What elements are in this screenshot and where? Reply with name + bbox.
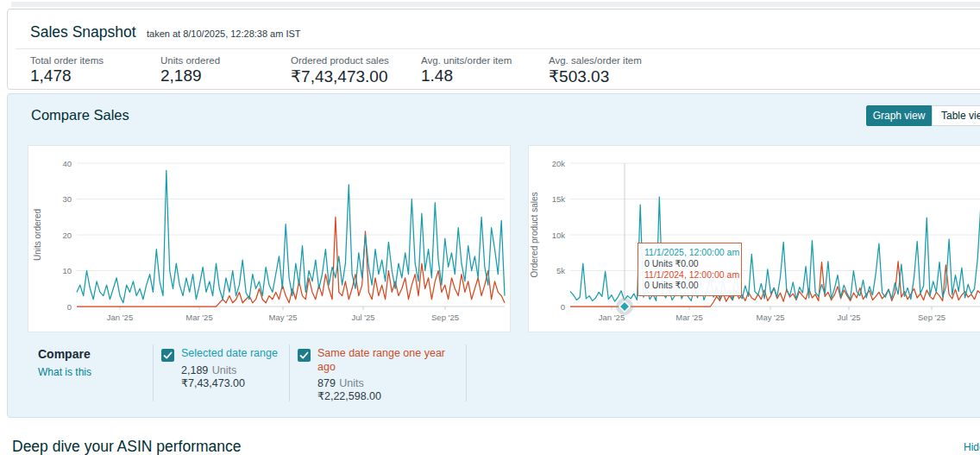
graph-view-button[interactable]: Graph view xyxy=(866,105,932,126)
snapshot-timestamp: taken at 8/10/2025, 12:28:38 am IST xyxy=(147,28,301,39)
yearago-range-amount: ₹2,22,598.00 xyxy=(317,389,381,402)
svg-text:15k: 15k xyxy=(552,194,566,204)
svg-text:5k: 5k xyxy=(556,266,565,275)
svg-text:30: 30 xyxy=(62,194,72,204)
svg-text:Jan '25: Jan '25 xyxy=(107,313,133,322)
svg-text:Jul '25: Jul '25 xyxy=(351,313,374,322)
svg-text:10k: 10k xyxy=(552,231,566,240)
selected-range-units: 2,189 Units xyxy=(181,362,236,377)
svg-text:20: 20 xyxy=(62,231,72,240)
units-ordered-chart[interactable]: 010203040Jan '25Mar '25May '25Jul '25Sep… xyxy=(28,145,511,332)
line-chart-svg: 05k10k15k20kJan '25Mar '25May '25Jul '25… xyxy=(529,146,980,332)
yearago-range-checkbox[interactable] xyxy=(298,349,311,362)
tooltip-yearago-value: 0 Units ₹0.00 xyxy=(644,280,735,291)
sales-dashboard: Sales Snapshot taken at 8/10/2025, 12:28… xyxy=(0,0,980,455)
svg-text:Jul '25: Jul '25 xyxy=(837,313,860,322)
svg-text:Sep '25: Sep '25 xyxy=(431,313,459,322)
svg-text:Ordered product sales: Ordered product sales xyxy=(530,193,539,278)
sales-snapshot-card: Sales Snapshot taken at 8/10/2025, 12:28… xyxy=(7,9,980,90)
ordered-product-sales-chart[interactable]: 05k10k15k20kJan '25Mar '25May '25Jul '25… xyxy=(528,145,980,332)
metric-value-units-ordered: 2,189 xyxy=(160,66,202,85)
svg-text:May '25: May '25 xyxy=(757,313,785,322)
svg-text:0: 0 xyxy=(561,302,565,312)
svg-text:10: 10 xyxy=(62,266,72,275)
yearago-range-units: 879 Units xyxy=(317,375,364,390)
selected-range-amount: ₹7,43,473.00 xyxy=(181,376,245,389)
metric-label-avg-sales-order-item: Avg. sales/order item xyxy=(549,55,642,66)
svg-text:May '25: May '25 xyxy=(269,313,298,322)
selected-range-label: Selected date range xyxy=(181,347,278,361)
svg-text:20k: 20k xyxy=(552,159,566,168)
tooltip-yearago-date: 11/1/2024, 12:00:00 am xyxy=(644,269,735,281)
compare-sales-title: Compare Sales xyxy=(31,107,129,123)
svg-text:0: 0 xyxy=(67,302,72,312)
hide-link[interactable]: Hide xyxy=(964,441,980,453)
sales-snapshot-title: Sales Snapshot xyxy=(30,23,136,41)
svg-text:40: 40 xyxy=(62,159,72,168)
legend-divider xyxy=(289,344,290,401)
yearago-range-label: Same date range one year ago xyxy=(317,347,455,374)
metric-label-ordered-product-sales: Ordered product sales xyxy=(291,55,389,66)
line-chart-svg: 010203040Jan '25Mar '25May '25Jul '25Sep… xyxy=(28,146,510,332)
legend-divider xyxy=(153,344,154,401)
snapshot-divider xyxy=(16,48,980,49)
top-scroll-strip xyxy=(11,2,980,7)
svg-text:Mar '25: Mar '25 xyxy=(185,313,212,322)
table-view-button[interactable]: Table view xyxy=(932,105,980,126)
metric-label-avg-units-order-item: Avg. units/order item xyxy=(421,55,512,66)
svg-text:Mar '25: Mar '25 xyxy=(675,313,702,322)
tooltip-selected-value: 0 Units ₹0.00 xyxy=(644,258,735,269)
metric-value-total-order-items: 1,478 xyxy=(30,66,72,85)
deep-dive-title: Deep dive your ASIN performance xyxy=(12,438,242,455)
tooltip-selected-date: 11/1/2025, 12:00:00 am xyxy=(644,247,735,258)
svg-text:Sep '25: Sep '25 xyxy=(918,313,945,322)
what-is-this-link[interactable]: What is this xyxy=(38,366,91,378)
svg-text:Units ordered: Units ordered xyxy=(33,209,42,261)
chart-hover-tooltip: 11/1/2025, 12:00:00 am 0 Units ₹0.00 11/… xyxy=(638,243,742,296)
metric-value-ordered-product-sales: ₹7,43,473.00 xyxy=(291,66,387,86)
checkmark-icon xyxy=(298,350,310,361)
compare-legend-heading: Compare xyxy=(38,347,91,361)
legend-divider xyxy=(466,344,467,401)
selected-range-checkbox[interactable] xyxy=(161,349,174,362)
metric-label-units-ordered: Units ordered xyxy=(160,55,220,66)
metric-value-avg-sales-order-item: ₹503.03 xyxy=(549,66,609,86)
metric-label-total-order-items: Total order items xyxy=(30,55,104,66)
metric-value-avg-units-order-item: 1.48 xyxy=(421,66,453,85)
checkmark-icon xyxy=(162,350,173,361)
